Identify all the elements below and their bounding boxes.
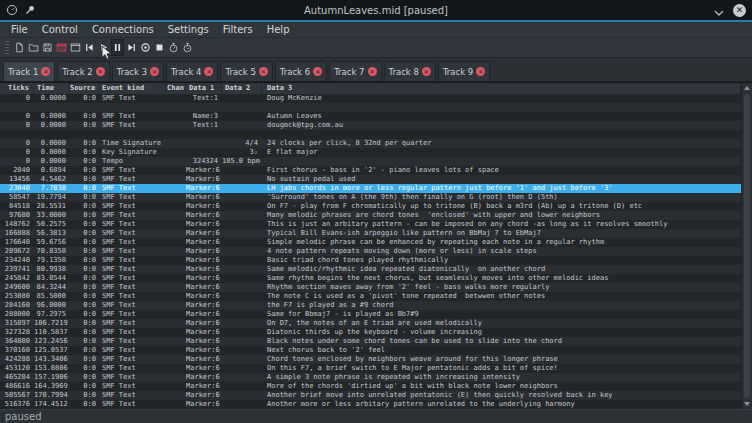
event-row[interactable]: 28800097.29750:0SMF TextMarker:6Same for… — [0, 310, 741, 319]
skip-forward-button[interactable] — [125, 39, 138, 56]
event-row[interactable] — [0, 130, 741, 139]
cell-chan — [166, 373, 186, 382]
tab-track-1[interactable]: Track 1✕ — [3, 61, 55, 81]
tab-close-icon[interactable]: ✕ — [313, 67, 322, 76]
column-header-event-kind[interactable]: Event kind — [100, 83, 166, 94]
event-row[interactable]: 516376174.45120:0SMF TextMarker:6Another… — [0, 400, 741, 409]
event-row[interactable]: 17664059.67560:0SMF TextMarker:6Simple m… — [0, 238, 741, 247]
tab-close-icon[interactable]: ✕ — [422, 67, 431, 76]
menu-file[interactable]: File — [4, 22, 35, 37]
tab-close-icon[interactable]: ✕ — [41, 67, 50, 76]
event-row[interactable]: 00.00000:0Key Signature3♭E flat major — [0, 148, 741, 157]
tab-track-2[interactable]: Track 2✕ — [57, 61, 109, 81]
event-row[interactable]: 00.00000:0Tempo324324185.0 bpm — [0, 157, 741, 166]
column-header-chan[interactable]: Chan — [166, 83, 186, 94]
tab-track-3[interactable]: Track 3✕ — [112, 61, 164, 81]
event-row[interactable]: 24584283.05440:0SMF TextMarker:6Same rhy… — [0, 274, 741, 283]
tab-close-icon[interactable]: ✕ — [259, 67, 268, 76]
record-button[interactable] — [139, 39, 152, 56]
event-row[interactable]: 20967270.83500:0SMF TextMarker:64 note p… — [0, 247, 741, 256]
title-bar: AutumnLeaves.mid [paused] ✕ — [0, 0, 752, 20]
event-row[interactable]: 14876250.25750:0SMF TextMarker:6This is … — [0, 220, 741, 229]
event-row[interactable]: 315897106.72190:0SMF TextMarker:6On D7, … — [0, 319, 741, 328]
event-row[interactable]: 505567170.79940:0SMF TextMarker:6Another… — [0, 391, 741, 400]
event-row[interactable]: 134564.54620:0SMF TextMarker:6No sustain… — [0, 175, 741, 184]
event-row[interactable]: 364800123.24560:0SMF TextMarker:6Black n… — [0, 337, 741, 346]
event-row[interactable]: 9768033.00000:0SMF TextMarker:6Many melo… — [0, 211, 741, 220]
new-file-button[interactable] — [13, 39, 26, 56]
scroll-down-icon[interactable] — [742, 399, 752, 409]
menu-connections[interactable]: Connections — [85, 22, 161, 37]
event-row[interactable]: 8451828.55310:0SMF TextMarker:6On F7 - p… — [0, 202, 741, 211]
tab-track-4[interactable]: Track 4✕ — [166, 61, 218, 81]
column-header-data-2[interactable]: Data 2 — [222, 83, 262, 94]
shade-chevron-icon[interactable] — [714, 1, 724, 20]
event-row[interactable]: 5854719.77940:0SMF TextMarker:6'Surround… — [0, 193, 741, 202]
column-header-data-1[interactable]: Data 1 — [186, 83, 222, 94]
play-button[interactable] — [97, 39, 110, 56]
cell-ticks: 284160 — [0, 301, 34, 310]
event-row[interactable] — [0, 103, 741, 112]
column-header-ticks[interactable]: Ticks — [0, 83, 34, 94]
record-window-button[interactable] — [55, 39, 68, 56]
monitor-window-button[interactable] — [69, 39, 82, 56]
cell-data-2 — [222, 355, 262, 364]
column-header-source[interactable]: Source — [70, 83, 100, 94]
cell-time: 0.0000 — [34, 139, 70, 148]
vertical-scrollbar[interactable] — [741, 83, 752, 409]
pause-button[interactable] — [111, 39, 124, 56]
column-header-data-3[interactable]: Data 3 — [262, 83, 741, 94]
event-row[interactable]: 24960084.32440:0SMF TextMarker:6Rhythm s… — [0, 283, 741, 292]
scrollbar-thumb[interactable] — [744, 94, 750, 398]
event-row[interactable]: 00.00000:0SMF TextText:1dougmck@tpg.com.… — [0, 121, 741, 130]
column-header-time[interactable]: Time — [34, 83, 70, 94]
tab-close-icon[interactable]: ✕ — [204, 67, 213, 76]
tab-track-6[interactable]: Track 6✕ — [275, 61, 327, 81]
stop-button[interactable] — [153, 39, 166, 56]
cell-data-1: Marker:6 — [186, 238, 222, 247]
open-file-button[interactable] — [27, 39, 40, 56]
tab-track-5[interactable]: Track 5✕ — [220, 61, 272, 81]
event-row[interactable]: 453120153.08060:0SMF TextMarker:6On this… — [0, 364, 741, 373]
cell-event-kind: SMF Text — [100, 283, 166, 292]
event-row[interactable]: 28416096.00000:0SMF TextMarker:6the F7 i… — [0, 301, 741, 310]
menu-help[interactable]: Help — [260, 22, 297, 37]
stopwatch-button[interactable] — [181, 39, 194, 56]
tab-close-icon[interactable]: ✕ — [368, 67, 377, 76]
tab-close-icon[interactable]: ✕ — [96, 67, 105, 76]
menu-filters[interactable]: Filters — [216, 22, 260, 37]
event-row[interactable]: 00.00000:0Time Signature4/424 clocks per… — [0, 139, 741, 148]
skip-backward-button[interactable] — [83, 39, 96, 56]
event-row[interactable]: 20400.68940:0SMF TextMarker:6First choru… — [0, 166, 741, 175]
save-file-button[interactable] — [41, 39, 54, 56]
cell-event-kind: SMF Text — [100, 121, 166, 130]
skip-forward-icon — [126, 42, 137, 53]
event-row[interactable]: 465284157.19060:0SMF TextMarker:6A simpl… — [0, 373, 741, 382]
event-row[interactable]: 25308085.50000:0SMF TextMarker:6The note… — [0, 292, 741, 301]
cell-data-3 — [262, 130, 741, 139]
toolbar-drag-handle[interactable] — [5, 41, 9, 54]
tab-track-9[interactable]: Track 9✕ — [438, 61, 490, 81]
event-row[interactable]: 327328110.58370:0SMF TextMarker:6Diatoni… — [0, 328, 741, 337]
event-row[interactable]: 23424079.13500:0SMF TextMarker:6Basic tr… — [0, 256, 741, 265]
event-row[interactable]: 16688856.38130:0SMF TextMarker:6Typical … — [0, 229, 741, 238]
cell-ticks: 148762 — [0, 220, 34, 229]
tab-close-icon[interactable]: ✕ — [476, 67, 485, 76]
cell-data-2 — [222, 373, 262, 382]
menu-control[interactable]: Control — [35, 22, 85, 37]
tab-track-8[interactable]: Track 8✕ — [384, 61, 436, 81]
scroll-up-icon[interactable] — [742, 83, 752, 93]
tab-close-icon[interactable]: ✕ — [150, 67, 159, 76]
event-row[interactable]: 00.00000:0SMF TextName:3Autumn Leaves — [0, 112, 741, 121]
pin-icon[interactable] — [24, 1, 36, 20]
event-row[interactable]: 424288143.34060:0SMF TextMarker:6Chord t… — [0, 355, 741, 364]
close-icon[interactable]: ✕ — [733, 4, 746, 17]
timer-button[interactable] — [167, 39, 180, 56]
menu-settings[interactable]: Settings — [161, 22, 216, 37]
event-row[interactable]: 23974180.99380:0SMF TextMarker:6Same mel… — [0, 265, 741, 274]
event-row[interactable]: 00.00000:0SMF TextText:1Doug McKenzie — [0, 94, 741, 103]
event-row[interactable]: 230407.78380:0SMF TextMarker:6LH jabs ch… — [0, 184, 741, 193]
event-row[interactable]: 486616164.39690:0SMF TextMarker:6More of… — [0, 382, 741, 391]
tab-track-7[interactable]: Track 7✕ — [329, 61, 381, 81]
event-row[interactable]: 370160125.05370:0SMF TextMarker:6Next ch… — [0, 346, 741, 355]
